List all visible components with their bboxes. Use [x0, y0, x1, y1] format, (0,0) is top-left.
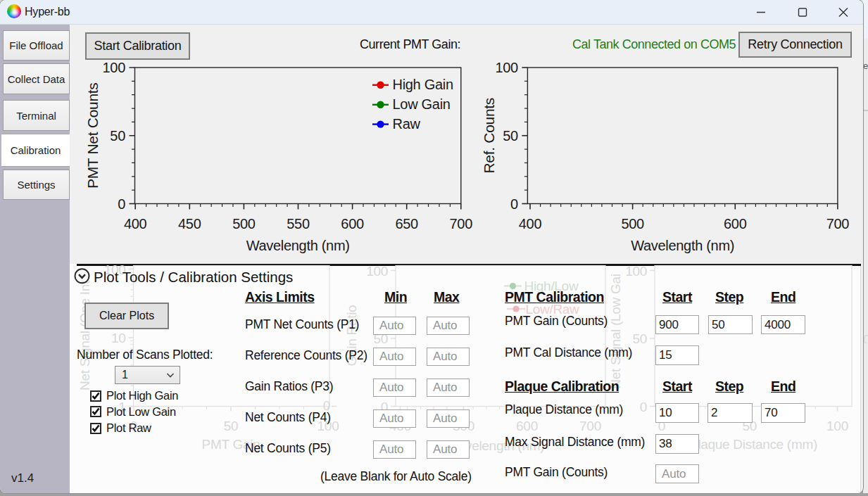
svg-text:100: 100	[495, 60, 518, 75]
svg-text:Plaque Distance (mm): Plaque Distance (mm)	[689, 437, 817, 452]
svg-text:Net Signal (Low Gai: Net Signal (Low Gai	[608, 274, 623, 388]
svg-text:PMT Net Counts: PMT Net Counts	[84, 82, 101, 189]
svg-text:600: 600	[341, 216, 364, 231]
svg-text:700: 700	[579, 419, 601, 433]
svg-text:600: 600	[516, 419, 538, 433]
svg-text:Wavelength (nm): Wavelength (nm)	[631, 238, 734, 253]
svg-text:Low Gain: Low Gain	[393, 96, 451, 112]
svg-text:Wavelength (nm): Wavelength (nm)	[246, 238, 350, 253]
svg-text:100: 100	[103, 60, 126, 75]
svg-text:600: 600	[724, 216, 747, 231]
svg-text:0: 0	[118, 196, 125, 212]
svg-text:10: 10	[111, 331, 126, 345]
svg-text:700: 700	[826, 216, 850, 231]
svg-text:High Gain: High Gain	[393, 77, 453, 92]
svg-text:100: 100	[826, 419, 848, 433]
svg-text:450: 450	[178, 216, 201, 231]
svg-text:0: 0	[640, 400, 647, 414]
svg-text:100: 100	[625, 264, 647, 279]
svg-text:50: 50	[224, 419, 239, 433]
svg-text:Net Signal (One Int: Net Signal (One Int	[77, 280, 92, 390]
svg-text:Raw: Raw	[393, 116, 421, 132]
svg-text:50: 50	[503, 128, 518, 144]
svg-text:550: 550	[287, 216, 310, 231]
svg-text:500: 500	[232, 216, 256, 231]
svg-text:50: 50	[110, 128, 125, 144]
svg-text:50: 50	[632, 331, 647, 346]
svg-text:100: 100	[366, 264, 388, 279]
svg-text:0: 0	[510, 196, 518, 212]
svg-text:500: 500	[621, 216, 644, 231]
svg-text:400: 400	[124, 216, 147, 231]
svg-text:Ref. Counts: Ref. Counts	[481, 98, 497, 174]
svg-text:700: 700	[450, 216, 473, 231]
svg-text:400: 400	[519, 216, 542, 231]
svg-text:650: 650	[395, 216, 418, 231]
